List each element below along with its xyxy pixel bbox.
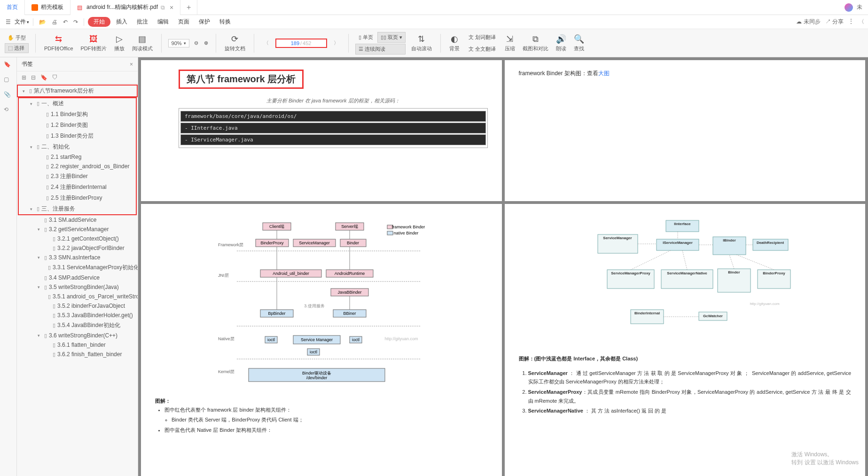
menu-convert[interactable]: 转换 xyxy=(216,17,235,27)
pdf-viewport[interactable]: ➚ 第八节 framework 层分析 主要分析 Binder 在 java f… xyxy=(138,57,868,476)
page-input[interactable]: 189/452 xyxy=(275,39,327,48)
bookmark-item[interactable]: ▯2.3 注册Binder xyxy=(19,171,136,182)
compress[interactable]: ⇲压缩 xyxy=(503,33,517,53)
auto-scroll[interactable]: ⇅自动滚动 xyxy=(409,33,434,53)
tab-restore-icon[interactable]: ⧉ xyxy=(161,4,165,11)
pdf-to-image[interactable]: 🖼PDF转图片 xyxy=(79,33,109,53)
zoom-out-icon[interactable]: ⊖ xyxy=(193,40,199,46)
thumbnail-panel-icon[interactable]: ▢ xyxy=(4,76,13,86)
sidebar-header: 书签 × xyxy=(17,57,138,71)
bookmark-icon[interactable]: 🔖 xyxy=(40,74,47,81)
undo-icon[interactable]: ↶ xyxy=(61,18,70,26)
bookmark-item[interactable]: ▯3.5.1 android_os_Parcel_writeStrongBind… xyxy=(17,292,138,301)
print-icon[interactable]: 🖨 xyxy=(50,18,59,26)
share-button[interactable]: ↗ 分享 xyxy=(825,18,844,26)
bookmark-item[interactable]: ▯3.2.1 getContextObject() xyxy=(17,234,138,243)
bookmark-item[interactable]: ▯3.5.2 ibinderForJavaObject xyxy=(17,301,138,311)
left-icon-bar: 🔖 ▢ 📎 ⟲ xyxy=(0,57,17,476)
zoom-select[interactable]: 90% ▾ xyxy=(168,39,189,47)
more-icon[interactable]: ⋮ xyxy=(848,18,854,26)
read-aloud[interactable]: 🔊朗读 xyxy=(554,33,568,53)
bookmark-item[interactable]: ▯3.2.2 javaObjectForIBinder xyxy=(17,243,138,253)
svg-line-51 xyxy=(271,317,277,336)
svg-text:ServiceManager: ServiceManager xyxy=(603,236,632,240)
file-menu[interactable]: 文件 ▾ xyxy=(15,18,29,26)
bookmark-del-icon[interactable]: ⛉ xyxy=(52,74,58,81)
bookmark-item[interactable]: ▯3.1 SM.addService xyxy=(17,215,138,225)
bookmarks-sidebar: 书签 × ⊞ ⊟ 🔖 ⛉ ▾▯第八节framework层分析▾▯一、概述▯1.1… xyxy=(17,57,138,476)
convert-panel-icon[interactable]: ⟲ xyxy=(4,106,13,116)
svg-line-86 xyxy=(729,255,734,269)
bookmark-item[interactable]: ▯2.4 注册BinderInternal xyxy=(19,182,136,193)
collapse-icon[interactable]: 〈 xyxy=(859,18,864,26)
svg-text:Framework层: Framework层 xyxy=(218,242,243,247)
attachment-panel-icon[interactable]: 📎 xyxy=(4,91,13,101)
zoom-in-icon[interactable]: ⊕ xyxy=(203,40,209,46)
bookmark-item[interactable]: ▯1.1 Binder架构 xyxy=(19,109,136,120)
bookmark-panel-icon[interactable]: 🔖 xyxy=(4,61,13,70)
rotate-doc[interactable]: ⟳旋转文档 xyxy=(223,33,247,53)
hamburger-icon[interactable]: ☰ xyxy=(4,18,13,26)
svg-text:Service Manager: Service Manager xyxy=(301,337,333,342)
svg-text:ioctl: ioctl xyxy=(352,337,360,342)
pdf-to-office[interactable]: ⇆PDF转Office xyxy=(42,33,75,53)
menu-edit[interactable]: 编辑 xyxy=(154,17,172,27)
bookmark-item[interactable]: ▯3.4 SMP.addService xyxy=(17,273,138,282)
bookmark-item[interactable]: ▯3.3.1 ServiceManagerProxy初始化 xyxy=(17,262,138,273)
screenshot-compare[interactable]: ⧉截图和对比 xyxy=(521,33,550,53)
next-page[interactable]: 〉 xyxy=(331,39,342,47)
bookmark-item[interactable]: ▯2.1 startReg xyxy=(19,152,136,162)
tab-bar: 首页 稻壳模板 ▤ android fr...精编内核解析.pdf ⧉ × + … xyxy=(0,0,868,15)
hand-tool[interactable]: ✋手型 xyxy=(5,33,29,42)
single-page[interactable]: ▯ 单页 xyxy=(355,32,376,43)
menu-insert[interactable]: 插入 xyxy=(112,17,131,27)
tab-pdf[interactable]: ▤ android fr...精编内核解析.pdf ⧉ × xyxy=(70,0,180,15)
background[interactable]: ◐背景 xyxy=(447,33,461,53)
play[interactable]: ▷播放 xyxy=(112,33,126,53)
menu-protect[interactable]: 保护 xyxy=(195,17,214,27)
bookmark-item[interactable]: ▾▯一、概述 xyxy=(19,98,136,109)
svg-text:BinderProxy: BinderProxy xyxy=(763,271,785,275)
full-translate[interactable]: 文 全文翻译 xyxy=(465,44,499,55)
bookmark-item[interactable]: ▯3.5.3 JavaBBinderHolder.get() xyxy=(17,311,138,320)
big-image-link[interactable]: 大图 xyxy=(598,70,610,77)
bookmark-item[interactable]: ▯1.2 Binder类图 xyxy=(19,120,136,131)
bookmark-item[interactable]: ▾▯二、初始化 xyxy=(19,141,136,152)
menu-annotate[interactable]: 批注 xyxy=(133,17,152,27)
menu-bar: ☰ 文件 ▾ 📂 🖨 ↶ ↷ 开始 插入 批注 编辑 页面 保护 转换 ☁ 未同… xyxy=(0,15,868,29)
bookmark-item[interactable]: ▾▯3.3 SMN.asInterface xyxy=(17,253,138,262)
word-translate[interactable]: 文 划词翻译 xyxy=(465,32,499,43)
find[interactable]: 🔍查找 xyxy=(572,33,586,53)
sidebar-close-icon[interactable]: × xyxy=(130,61,133,68)
bookmark-item[interactable]: ▾▯3.5 writeStrongBinder(Java) xyxy=(17,282,138,292)
bookmark-item[interactable]: ▯3.6.2 finish_flatten_binder xyxy=(17,350,138,359)
sync-status[interactable]: ☁ 未同步 xyxy=(796,18,820,26)
bookmark-item[interactable]: ▯3.6.1 flatten_binder xyxy=(17,340,138,350)
continuous-read[interactable]: ☰ 连续阅读 xyxy=(355,44,406,55)
pdf-page-3: .bx{stroke:#666;stroke-width:1;fill:#fff… xyxy=(141,204,502,476)
bookmark-item[interactable]: ▯2.5 注册BinderProxy xyxy=(19,193,136,203)
bookmark-item[interactable]: ▾▯三、注册服务 xyxy=(19,203,136,214)
tab-new[interactable]: + xyxy=(180,0,197,15)
bookmark-item[interactable]: ▾▯3.6 writeStrongBinder(C++) xyxy=(17,331,138,340)
prev-page[interactable]: 〈 xyxy=(261,39,272,47)
bookmark-item[interactable]: ▯1.3 Binder类分层 xyxy=(19,131,136,141)
expand-all-icon[interactable]: ⊞ xyxy=(22,74,26,81)
avatar[interactable] xyxy=(845,3,853,12)
menu-page[interactable]: 页面 xyxy=(174,17,193,27)
bookmark-item[interactable]: ▯3.5.4 JavaBBinder初始化 xyxy=(17,320,138,331)
collapse-all-icon[interactable]: ⊟ xyxy=(31,74,36,81)
select-tool[interactable]: ⬚选择 xyxy=(5,43,29,53)
open-icon[interactable]: 📂 xyxy=(37,18,48,26)
redo-icon[interactable]: ↷ xyxy=(71,18,80,26)
start-tab[interactable]: 开始 xyxy=(88,17,110,27)
tab-home[interactable]: 首页 xyxy=(0,0,25,15)
bookmark-item[interactable]: ▾▯3.2 getIServiceManager xyxy=(17,225,138,234)
svg-text:Native层: Native层 xyxy=(218,336,235,341)
close-icon[interactable]: × xyxy=(170,4,173,11)
read-mode[interactable]: ▤阅读模式 xyxy=(130,33,155,53)
bookmark-item[interactable]: ▯2.2 register_android_os_Binder xyxy=(19,162,136,171)
tab-template[interactable]: 稻壳模板 xyxy=(25,0,70,15)
double-page[interactable]: ▯▯ 双页 ▾ xyxy=(377,32,406,43)
bookmark-item[interactable]: ▾▯第八节framework层分析 xyxy=(17,85,138,97)
